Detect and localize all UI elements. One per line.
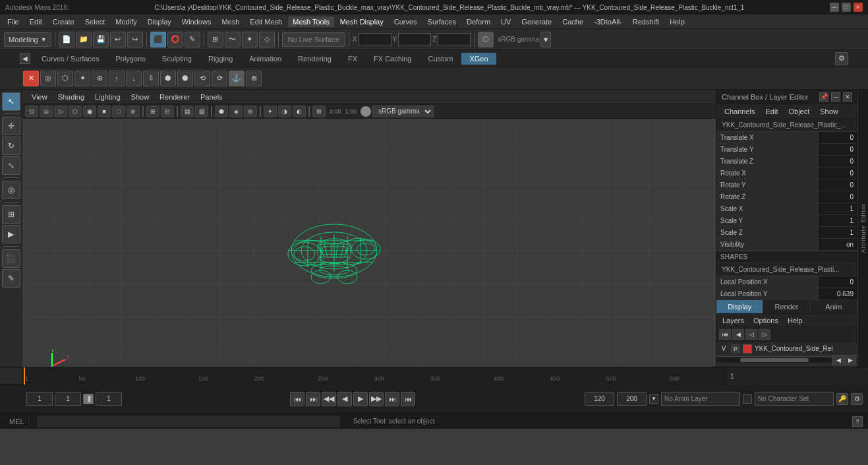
renderer-menu[interactable]: Renderer [156,92,194,102]
show-menu[interactable]: Show [816,106,842,117]
view-menu[interactable]: View [28,92,51,102]
gamma-select[interactable]: sRGB gamma [372,106,434,117]
layer-color-swatch[interactable] [743,344,752,354]
poly-count-button[interactable]: ⬡ [478,32,494,47]
timeline-track[interactable]: 1 50 100 150 200 250 300 350 400 450 500… [22,367,726,385]
settings-icon[interactable]: ⚙ [835,52,848,65]
frame-start-field[interactable] [26,392,53,406]
xgen-tool-11[interactable]: ⟲ [194,71,210,86]
xgen-tool-3[interactable]: ⬡ [57,71,73,86]
cam-select-button[interactable]: ▷ [54,106,67,117]
resolution-gate-button[interactable]: ▤ [181,106,194,117]
save-file-button[interactable]: 💾 [93,32,109,47]
attribute-editor-tab[interactable]: Attribute Editor [857,90,868,367]
scroll-left-button[interactable]: ◀ [832,355,844,365]
xgen-tool-2[interactable]: ◎ [40,71,56,86]
tab-render[interactable]: Render [763,300,810,313]
xgen-tool-4[interactable]: ✦ [74,71,90,86]
show-shadows-button[interactable]: ◑ [278,106,291,117]
options-menu[interactable]: Options [750,316,782,325]
undo-button[interactable]: ↩ [110,32,126,47]
cam-fit-button[interactable]: ⊡ [25,106,38,117]
object-menu[interactable]: Object [784,106,813,117]
grid-toggle[interactable]: ⊞ [312,106,326,117]
layer-nav-start[interactable]: ⏮ [719,329,731,340]
coord-x-field[interactable] [359,33,391,46]
tab-animation[interactable]: Animation [241,53,289,65]
menu-3dto[interactable]: -3DtoAll- [589,16,627,27]
tab-custom[interactable]: Custom [420,53,461,65]
show-lights-button[interactable]: ✦ [264,106,277,117]
xgen-tool-7[interactable]: ↓ [126,71,142,86]
bounding-box-button[interactable]: □ [112,106,125,117]
shading-menu[interactable]: Shading [54,92,88,102]
menu-display[interactable]: Display [143,16,176,27]
layer-visibility-toggle[interactable]: V [719,344,728,354]
xgen-tool-6[interactable]: ↑ [109,71,125,86]
anim-layer-arrow[interactable] [743,394,752,404]
display-layer-button[interactable]: ⬛ [2,249,20,268]
layer-playback-toggle[interactable]: P [731,344,740,354]
tab-sculpting[interactable]: Sculpting [154,53,200,65]
menu-mesh[interactable]: Mesh [217,16,244,27]
soft-select-button[interactable]: ◎ [2,181,20,199]
tab-fx-caching[interactable]: FX Caching [366,53,419,65]
smooth-button[interactable]: ■ [98,106,111,117]
cam-center-button[interactable]: ◎ [40,106,53,117]
play-back-button[interactable]: ▶ [353,392,368,406]
menu-modify[interactable]: Modify [111,16,141,27]
xgen-tool-14[interactable]: ⊗ [246,71,262,86]
menu-mesh-display[interactable]: Mesh Display [335,16,388,27]
menu-deform[interactable]: Deform [462,16,495,27]
menu-curves[interactable]: Curves [390,16,422,27]
coord-z-field[interactable] [438,33,471,46]
range-end-field[interactable] [617,392,647,406]
layer-scrollbar[interactable]: ◀ ▶ [716,356,857,363]
menu-edit[interactable]: Edit [25,16,47,27]
coord-y-field[interactable] [398,33,431,46]
scrollbar-thumb[interactable] [740,358,808,362]
mel-input[interactable] [37,416,340,427]
left-panel-toggle[interactable]: ◀ [20,53,30,64]
show-menu[interactable]: Show [127,92,154,102]
snap-to-curve-button[interactable]: 〜 [225,32,241,47]
snap-to-surface-button[interactable]: ◇ [259,32,275,47]
xgen-tool-9[interactable]: ⬢ [160,71,176,86]
anim-end-field[interactable] [585,392,614,406]
menu-cache[interactable]: Cache [558,16,588,27]
menu-select[interactable]: Select [80,16,110,27]
menu-windows[interactable]: Windows [177,16,216,27]
step-back-button[interactable]: ⏭ [306,392,320,406]
viewport-grid[interactable]: persp X Y Z [22,119,716,367]
lasso-select-button[interactable]: ⭕ [167,32,183,47]
prev-key-button[interactable]: ◀◀ [322,392,336,406]
anim-speed-menu[interactable]: ▼ [649,394,658,404]
four-view-button[interactable]: ⊞ [146,106,159,117]
layer-nav-fwd[interactable]: ▷ [759,329,770,340]
snap-to-point-button[interactable]: ✦ [242,32,258,47]
snap-to-grid-button[interactable]: ⊞ [208,32,223,47]
xgen-tool-5[interactable]: ⊕ [92,71,107,86]
select-tool-button[interactable]: ↖ [2,92,20,111]
tab-display[interactable]: Display [716,300,763,313]
edit-menu[interactable]: Edit [761,106,782,117]
scale-tool-button[interactable]: ⤡ [2,156,20,175]
timeline-playhead[interactable] [24,367,25,385]
menu-uv[interactable]: UV [496,16,515,27]
menu-help[interactable]: Help [665,16,689,27]
frame-mode-indicator[interactable]: ▐ [83,394,94,404]
gate-mask-button[interactable]: ▧ [195,106,208,117]
tab-polygons[interactable]: Polygons [107,53,153,65]
xgen-tool-8[interactable]: ⇩ [143,71,159,86]
close-button[interactable]: ✕ [854,3,863,12]
redo-button[interactable]: ↪ [127,32,143,47]
gamma-dropdown-button[interactable]: ▼ [540,32,551,47]
tab-xgen[interactable]: XGen [461,53,496,65]
tab-anim[interactable]: Anim [811,300,857,313]
frame-field-3[interactable] [96,392,122,406]
lighting-menu[interactable]: Lighting [91,92,125,102]
char-set-config-button[interactable]: ⚙ [851,393,863,405]
menu-mesh-tools[interactable]: Mesh Tools [288,16,333,27]
cb-pin-button[interactable]: 📌 [819,92,828,102]
xgen-tool-13[interactable]: ⚓ [229,71,245,86]
